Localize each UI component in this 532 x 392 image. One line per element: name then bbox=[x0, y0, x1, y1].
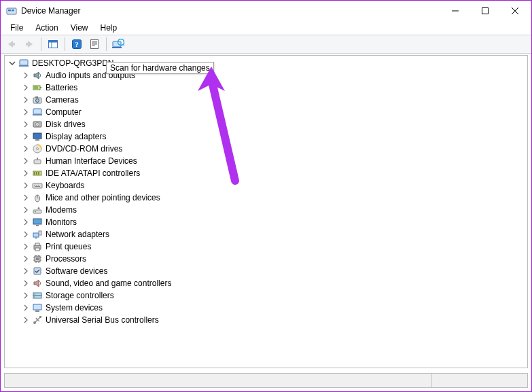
expander-icon[interactable] bbox=[21, 230, 31, 239]
monitor-icon bbox=[32, 217, 43, 228]
usb-icon bbox=[32, 315, 43, 325]
show-hide-tree-button[interactable] bbox=[45, 36, 61, 52]
svg-rect-47 bbox=[33, 183, 42, 188]
tree-item-label: Keyboards bbox=[44, 179, 86, 192]
expander-icon[interactable] bbox=[21, 156, 31, 166]
tree-root[interactable]: DESKTOP-QRG3PDN bbox=[5, 57, 527, 69]
svg-point-36 bbox=[37, 124, 37, 124]
software-icon bbox=[32, 266, 43, 277]
tree-item[interactable]: Storage controllers bbox=[5, 289, 527, 302]
statusbar-panel bbox=[432, 374, 527, 387]
expander-icon[interactable] bbox=[21, 181, 31, 190]
expander-icon[interactable] bbox=[21, 279, 31, 288]
svg-rect-57 bbox=[36, 225, 39, 226]
svg-rect-2 bbox=[12, 10, 14, 11]
tree-item[interactable]: Network adapters bbox=[5, 228, 527, 240]
tree-item[interactable]: Disk drives bbox=[5, 118, 527, 130]
menu-help[interactable]: Help bbox=[95, 22, 123, 33]
tree-item-label: IDE ATA/ATAPI controllers bbox=[44, 167, 141, 179]
window-title: Device Manager bbox=[21, 6, 80, 16]
tree-item[interactable]: DVD/CD-ROM drives bbox=[5, 143, 527, 155]
tree-item-label: Universal Serial Bus controllers bbox=[44, 314, 160, 326]
svg-line-83 bbox=[37, 320, 39, 321]
scan-hardware-button[interactable] bbox=[110, 36, 126, 52]
close-button[interactable] bbox=[500, 1, 530, 20]
maximize-button[interactable] bbox=[470, 1, 500, 20]
menu-action[interactable]: Action bbox=[30, 22, 63, 33]
expander-icon[interactable] bbox=[21, 144, 31, 154]
forward-button bbox=[21, 36, 37, 52]
tree-item[interactable]: Keyboards bbox=[5, 179, 527, 192]
expander-icon[interactable] bbox=[21, 120, 31, 129]
menubar: File Action View Help bbox=[1, 21, 531, 35]
tree-item[interactable]: System devices bbox=[5, 302, 527, 314]
expander-icon[interactable] bbox=[21, 193, 31, 202]
svg-rect-41 bbox=[34, 160, 41, 164]
help-button[interactable]: ? bbox=[69, 36, 85, 52]
svg-rect-1 bbox=[8, 10, 11, 11]
svg-point-40 bbox=[37, 148, 39, 150]
expander-icon[interactable] bbox=[21, 303, 31, 313]
svg-rect-54 bbox=[33, 210, 41, 213]
properties-button[interactable] bbox=[86, 36, 103, 52]
tree-item[interactable]: Cameras bbox=[5, 94, 527, 106]
minimize-button[interactable] bbox=[440, 1, 470, 20]
svg-line-23 bbox=[123, 44, 124, 46]
svg-rect-31 bbox=[35, 96, 38, 98]
svg-rect-80 bbox=[35, 310, 39, 312]
svg-rect-85 bbox=[39, 316, 41, 318]
expander-icon[interactable] bbox=[21, 132, 31, 141]
svg-rect-27 bbox=[40, 87, 41, 88]
expander-icon[interactable] bbox=[21, 315, 31, 325]
tree-item[interactable]: Human Interface Devices bbox=[5, 155, 527, 167]
modem-icon bbox=[32, 204, 43, 215]
tree-item[interactable]: IDE ATA/ATAPI controllers bbox=[5, 167, 527, 179]
tree-item[interactable]: Display adapters bbox=[5, 130, 527, 143]
tree-item[interactable]: Batteries bbox=[5, 82, 527, 94]
expander-icon[interactable] bbox=[7, 58, 17, 68]
mouse-icon bbox=[32, 192, 43, 203]
menu-file[interactable]: File bbox=[5, 22, 29, 33]
tree-item[interactable]: Modems bbox=[5, 204, 527, 216]
audio-icon bbox=[32, 70, 43, 81]
expander-icon[interactable] bbox=[21, 291, 31, 300]
expander-icon[interactable] bbox=[21, 205, 31, 215]
expander-icon[interactable] bbox=[21, 242, 31, 251]
device-tree-pane[interactable]: DESKTOP-QRG3PDNAudio inputs and outputsB… bbox=[4, 55, 528, 368]
tree-item[interactable]: Computer bbox=[5, 106, 527, 118]
dvd-icon bbox=[32, 143, 43, 154]
svg-point-30 bbox=[36, 99, 39, 103]
svg-point-77 bbox=[34, 293, 35, 295]
svg-rect-62 bbox=[35, 243, 39, 245]
expander-icon[interactable] bbox=[21, 266, 31, 276]
tree-item[interactable]: Audio inputs and outputs bbox=[5, 69, 527, 82]
toolbar: ? bbox=[1, 35, 531, 54]
expander-icon[interactable] bbox=[21, 168, 31, 178]
expander-icon[interactable] bbox=[21, 95, 31, 105]
svg-rect-28 bbox=[34, 86, 38, 89]
app-icon bbox=[6, 5, 17, 16]
expander-icon[interactable] bbox=[21, 83, 31, 92]
tree-item[interactable]: Print queues bbox=[5, 240, 527, 253]
toolbar-separator bbox=[65, 37, 65, 51]
tree-item[interactable]: Sound, video and game controllers bbox=[5, 277, 527, 289]
svg-rect-45 bbox=[36, 172, 37, 175]
tree-item[interactable]: Processors bbox=[5, 253, 527, 265]
tree-item-label: Mice and other pointing devices bbox=[44, 192, 162, 204]
back-button bbox=[3, 36, 20, 52]
computer-icon bbox=[32, 107, 43, 118]
tree-item[interactable]: Mice and other pointing devices bbox=[5, 192, 527, 204]
menu-view[interactable]: View bbox=[65, 22, 94, 33]
tree-item[interactable]: Universal Serial Bus controllers bbox=[5, 314, 527, 326]
expander-icon[interactable] bbox=[21, 71, 31, 80]
tree-item[interactable]: Monitors bbox=[5, 216, 527, 228]
tree-item-label: Human Interface Devices bbox=[44, 155, 139, 167]
tree-item[interactable]: Software devices bbox=[5, 265, 527, 277]
expander-icon[interactable] bbox=[21, 107, 31, 117]
tree-item-label: DVD/CD-ROM drives bbox=[44, 143, 124, 155]
svg-rect-63 bbox=[35, 248, 39, 251]
expander-icon[interactable] bbox=[21, 217, 31, 227]
expander-icon[interactable] bbox=[21, 254, 31, 264]
computer-icon bbox=[18, 58, 29, 69]
statusbar-panel bbox=[5, 374, 432, 387]
